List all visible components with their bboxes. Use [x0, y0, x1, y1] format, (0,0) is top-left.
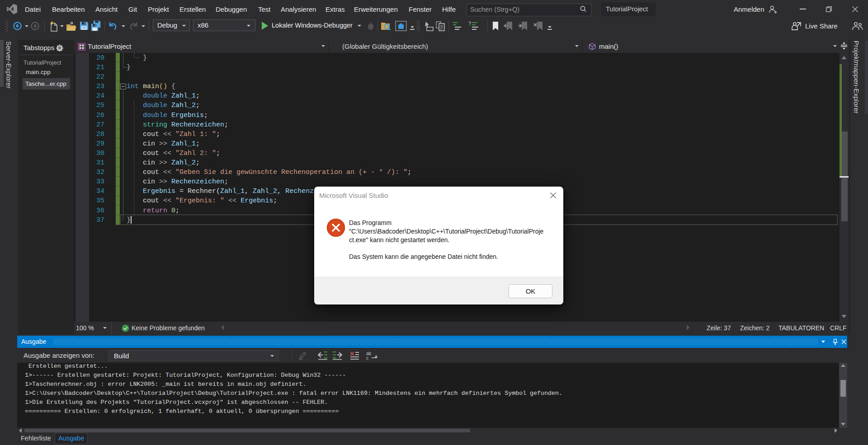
svg-text:c: c — [366, 356, 368, 361]
svg-text:?: ? — [468, 21, 471, 26]
